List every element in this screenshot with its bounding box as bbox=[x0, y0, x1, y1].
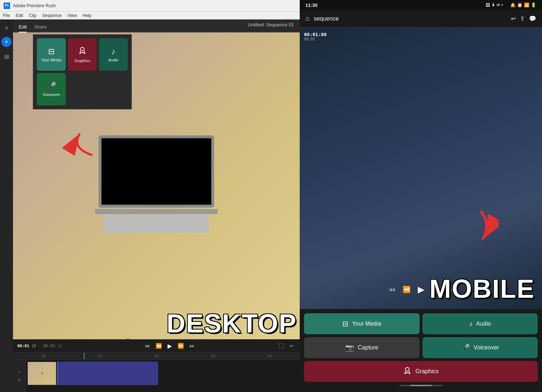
mob-play-button[interactable]: ▶ bbox=[418, 284, 424, 295]
mob-audio-label: Audio bbox=[476, 321, 491, 327]
popup-your-media[interactable]: ⊟ Your Media bbox=[37, 38, 66, 71]
popup-menu: ⊟ Your Media Graphics bbox=[33, 34, 132, 109]
photo-icon: 🖼 bbox=[486, 3, 490, 8]
play-button[interactable]: ▶ bbox=[166, 342, 173, 350]
download-icon: ⬇ bbox=[491, 3, 495, 8]
graphics-label: Graphics bbox=[74, 58, 90, 63]
desktop-label: DESKTOP bbox=[166, 310, 300, 339]
scissors-icon[interactable]: ✂ bbox=[18, 370, 21, 375]
app-icon: Pr bbox=[4, 3, 10, 9]
voiceover-icon: 🎤 bbox=[47, 82, 56, 91]
mob-capture-icon: 📷 bbox=[345, 343, 354, 352]
mob-voiceover-icon: 🎤 bbox=[461, 343, 470, 352]
editor-area: ⌂ + ▤ Edit Share Untitled: Sequence 01 bbox=[0, 19, 300, 392]
menu-edit[interactable]: Edit bbox=[16, 13, 23, 18]
mob-graphics-icon bbox=[403, 366, 412, 377]
video-background: DESKTOP ⊟ Your Media bbox=[13, 32, 300, 339]
menu-sequence[interactable]: Sequence bbox=[42, 13, 62, 18]
signal-icon: 📶 bbox=[524, 3, 529, 8]
mob-capture-button[interactable]: 📷 Capture bbox=[304, 337, 420, 358]
ruler-mark-1: :01 bbox=[72, 354, 127, 358]
timeline-ruler: :00 :01 :02 :03 :04 bbox=[13, 353, 300, 360]
laptop-image bbox=[95, 135, 218, 236]
ruler-mark-4: :04 bbox=[242, 354, 297, 358]
title-bar: Pr Adobe Premiere Rush bbox=[0, 0, 300, 12]
menu-clip[interactable]: Clip bbox=[29, 13, 36, 18]
mobile-buttons-grid: ⊟ Your Media ♪ Audio 📷 Capture 🎤 Voiceov… bbox=[304, 313, 538, 382]
step-back-button[interactable]: ⏪ bbox=[154, 342, 163, 349]
mobile-header: ⌂ sequence ↩ ⇪ 💬 bbox=[300, 10, 542, 27]
mobile-time: 11:30 bbox=[305, 3, 317, 8]
mob-audio-button[interactable]: ♪ Audio bbox=[422, 313, 538, 334]
mobile-sequence-title: sequence bbox=[314, 16, 507, 22]
skip-to-end-button[interactable]: ⏭ bbox=[188, 342, 196, 349]
mob-audio-icon: ♪ bbox=[469, 320, 473, 328]
tab-share[interactable]: Share bbox=[34, 24, 47, 32]
time-display: 00:01 18 00:05 14 bbox=[17, 344, 62, 348]
mob-voiceover-button[interactable]: 🎤 Voiceover bbox=[422, 337, 538, 358]
voiceover-label: Voiceover bbox=[43, 92, 60, 97]
video-preview: DESKTOP ⊟ Your Media bbox=[13, 32, 300, 339]
home-button[interactable]: ⌂ bbox=[1, 22, 12, 32]
popup-audio[interactable]: ♪ Audio bbox=[99, 38, 128, 71]
graphics-icon bbox=[78, 46, 87, 57]
clock-icon2: ⏰ bbox=[517, 3, 523, 8]
timeline-tracks-area: 🖥 bbox=[26, 360, 300, 392]
skip-to-start-button[interactable]: ⏮ bbox=[143, 342, 151, 349]
mobile-share-button[interactable]: ⇪ bbox=[520, 15, 525, 22]
status-icons: 🖼 ⬇ ✉ • 🔔 ⏰ 📶 🔋 bbox=[486, 3, 536, 8]
popup-graphics[interactable]: Graphics bbox=[68, 38, 97, 71]
mobile-bottom-panel: ⊟ Your Media ♪ Audio 📷 Capture 🎤 Voiceov… bbox=[300, 309, 542, 392]
mobile-home-button[interactable]: ⌂ bbox=[305, 15, 309, 22]
ruler-mark-0: :00 bbox=[16, 354, 71, 358]
mob-skip-end-button[interactable]: ⏭ bbox=[447, 286, 453, 293]
mob-graphics-button[interactable]: Graphics bbox=[304, 361, 538, 382]
mobile-undo-button[interactable]: ↩ bbox=[511, 15, 516, 22]
tabs-bar: Edit Share Untitled: Sequence 01 bbox=[13, 19, 300, 32]
your-media-icon: ⊟ bbox=[48, 47, 55, 56]
mob-graphics-label: Graphics bbox=[415, 368, 438, 375]
menu-view[interactable]: View bbox=[68, 13, 77, 18]
mobile-scrollbar bbox=[399, 385, 443, 386]
layers-button[interactable]: ▤ bbox=[1, 51, 12, 61]
track-thumbnail[interactable]: 🖥 bbox=[27, 362, 56, 385]
popup-empty bbox=[68, 73, 97, 105]
bell-icon: 🔔 bbox=[510, 3, 516, 8]
mobile-video-background bbox=[300, 27, 542, 309]
video-track-row: 🖥 bbox=[26, 360, 300, 387]
left-toolbar: ⌂ + ▤ bbox=[0, 19, 13, 392]
tab-edit[interactable]: Edit bbox=[19, 24, 27, 32]
playback-controls: 00:01 18 00:05 14 ⏮ ⏪ ▶ ⏩ ⏭ ⛶ ↩ bbox=[13, 339, 300, 352]
popup-voiceover[interactable]: 🎤 Voiceover bbox=[37, 73, 66, 105]
mob-step-back-button[interactable]: ⏪ bbox=[403, 286, 411, 293]
step-forward-button[interactable]: ⏩ bbox=[176, 342, 185, 349]
popup-empty2 bbox=[99, 73, 128, 105]
fullscreen-button[interactable]: ⛶ bbox=[277, 342, 285, 349]
mobile-side: 11:30 🖼 ⬇ ✉ • 🔔 ⏰ 📶 🔋 ⌂ sequence ↩ ⇪ 💬 0… bbox=[300, 0, 542, 392]
mobile-comment-button[interactable]: 💬 bbox=[529, 15, 536, 22]
export-button[interactable]: ↩ bbox=[288, 342, 295, 349]
video-clip[interactable] bbox=[57, 362, 158, 385]
timeline-playhead[interactable] bbox=[84, 353, 84, 360]
menu-file[interactable]: File bbox=[3, 13, 10, 18]
svg-point-0 bbox=[81, 47, 84, 51]
battery-icon: 🔋 bbox=[531, 3, 536, 8]
audio-label: Audio bbox=[108, 58, 118, 62]
mob-voiceover-label: Voiceover bbox=[474, 344, 499, 351]
mob-your-media-icon: ⊟ bbox=[342, 319, 348, 328]
ruler-mark-3: :03 bbox=[185, 354, 240, 358]
sequence-title: Untitled: Sequence 01 bbox=[248, 22, 294, 30]
add-button[interactable]: + bbox=[1, 37, 12, 47]
main-content: Edit Share Untitled: Sequence 01 bbox=[13, 19, 300, 392]
mob-skip-start-button[interactable]: ⏮ bbox=[389, 286, 395, 293]
mob-capture-label: Capture bbox=[358, 344, 378, 351]
menu-help[interactable]: Help bbox=[83, 13, 92, 18]
mobile-status-bar: 11:30 🖼 ⬇ ✉ • 🔔 ⏰ 📶 🔋 bbox=[300, 0, 542, 10]
mobile-time-overlay: 00:01:08 00:05 bbox=[304, 32, 327, 41]
mob-your-media-button[interactable]: ⊟ Your Media bbox=[304, 313, 420, 334]
mail-icon: ✉ bbox=[497, 3, 500, 8]
mob-step-forward-button[interactable]: ⏩ bbox=[432, 286, 439, 293]
mob-your-media-label: Your Media bbox=[352, 321, 381, 327]
timeline-left-panel: ✂ ⧉ bbox=[13, 360, 26, 392]
transition-icon[interactable]: ⧉ bbox=[18, 378, 21, 383]
